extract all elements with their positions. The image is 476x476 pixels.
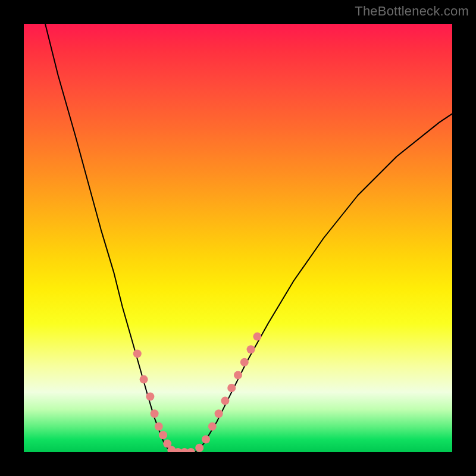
marker-dot — [133, 349, 142, 358]
marker-dot — [227, 384, 236, 392]
marker-dot — [202, 435, 210, 443]
marker-dot — [155, 422, 163, 431]
marker-dot — [234, 371, 242, 379]
watermark-text: TheBottleneck.com — [355, 4, 469, 19]
marker-dot — [140, 375, 148, 384]
chart-svg — [24, 24, 452, 452]
curve-path — [45, 24, 452, 452]
marker-dot — [151, 409, 159, 418]
plot-area — [24, 24, 452, 452]
marker-dot — [253, 333, 261, 341]
highlight-markers — [133, 333, 262, 452]
marker-dot — [221, 397, 229, 405]
marker-dot — [240, 358, 249, 367]
marker-dot — [195, 444, 203, 452]
marker-dot — [146, 392, 154, 400]
marker-dot — [208, 422, 217, 431]
marker-dot — [159, 431, 167, 439]
chart-frame: TheBottleneck.com — [0, 0, 476, 476]
marker-dot — [187, 448, 195, 452]
marker-dot — [215, 409, 223, 418]
bottleneck-curve — [45, 24, 452, 452]
marker-dot — [247, 345, 255, 353]
